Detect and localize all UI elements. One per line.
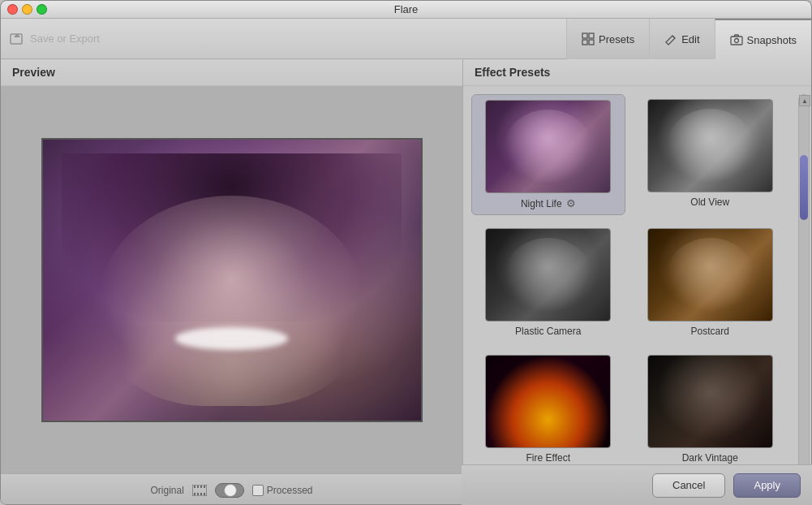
svg-rect-7 [731,37,742,45]
svg-rect-13 [204,486,205,488]
preset-thumb-old-view [647,99,773,192]
svg-rect-4 [582,40,587,45]
minimize-button[interactable] [22,4,32,15]
preset-name: Plastic Camera [515,326,581,337]
preset-face [667,365,754,438]
window-title: Flare [394,3,419,15]
preview-panel-header: Preview [1,59,462,86]
tab-presets[interactable]: Presets [566,19,649,59]
preset-thumb-dark-vintage [647,355,773,448]
presets-grid: Night Life ⚙ Old View [471,94,787,468]
preset-plastic-camera[interactable]: Plastic Camera [471,223,625,342]
presets-panel: Effect Presets Night Life ⚙ [463,59,811,505]
preset-name: Old View [690,196,729,208]
preview-image-area [1,86,462,473]
preview-title: Preview [12,66,55,79]
preset-name: Fire Effect [526,452,570,464]
preset-thumb-plastic-camera [485,228,611,322]
main-area: Preview Original [1,59,811,505]
preview-image [41,138,423,422]
svg-rect-11 [197,486,199,488]
preset-thumb-fire [485,355,611,448]
scrollbar-track[interactable]: ▲ ▼ [798,94,810,498]
svg-rect-16 [200,493,202,495]
preset-night-life[interactable]: Night Life ⚙ [471,94,625,215]
smile-area [175,327,289,350]
svg-rect-15 [197,493,199,495]
save-export-label: Save or Export [30,32,100,45]
toolbar-tabs: Presets Edit Snapshots [566,19,811,59]
preset-face [505,238,591,311]
preview-footer: Original Processed [1,473,462,505]
preset-dark-vintage[interactable]: Dark Vintage [634,350,788,468]
preset-name: Dark Vintage [682,452,738,464]
preset-old-view[interactable]: Old View [634,94,788,215]
preset-label-night-life: Night Life ⚙ [521,197,576,209]
cancel-button[interactable]: Cancel [652,473,725,498]
svg-rect-10 [194,486,195,488]
scroll-up-arrow[interactable]: ▲ [799,95,810,106]
preset-face [667,238,754,311]
preset-fire-effect[interactable]: Fire Effect [471,350,625,468]
processed-checkbox: Processed [252,485,313,496]
svg-rect-14 [194,493,195,495]
face-overlay [99,196,363,407]
toolbar-left: Save or Export [9,32,100,45]
svg-line-6 [672,36,675,38]
tab-edit-label: Edit [681,33,699,45]
tab-presets-label: Presets [599,33,634,45]
preset-label-plastic-camera: Plastic Camera [515,326,581,337]
toggle-knob [224,484,237,497]
preset-thumb-night-life [485,100,611,193]
svg-rect-12 [200,486,202,488]
snapshots-icon [730,33,743,46]
preset-name: Postcard [691,326,729,337]
close-button[interactable] [7,4,18,15]
bottom-bar: Cancel Apply [462,464,812,505]
tab-snapshots-label: Snapshots [747,34,797,46]
preset-label-old-view: Old View [690,196,729,208]
apply-button[interactable]: Apply [733,473,801,498]
tab-snapshots[interactable]: Snapshots [715,19,811,59]
preset-postcard[interactable]: Postcard [634,223,788,342]
maximize-button[interactable] [37,4,47,15]
preset-label-dark-vintage: Dark Vintage [682,452,738,464]
tab-edit[interactable]: Edit [649,19,714,59]
preset-thumb-postcard [647,228,773,322]
gear-icon[interactable]: ⚙ [566,197,576,209]
checkbox[interactable] [252,485,264,496]
edit-icon [664,32,677,45]
svg-rect-2 [582,33,587,38]
toolbar: Save or Export Presets Edit [1,19,811,59]
film-icon [192,485,207,496]
svg-rect-17 [204,493,205,495]
svg-rect-3 [589,33,594,38]
preset-face [667,109,754,182]
preset-label-postcard: Postcard [691,326,729,337]
presets-grid-area: Night Life ⚙ Old View [463,86,811,505]
preset-label-fire: Fire Effect [526,452,570,464]
title-bar: Flare [1,1,811,19]
scrollbar-thumb[interactable] [800,155,808,220]
presets-icon [582,32,595,45]
preview-panel: Preview Original [1,59,463,505]
preset-face [505,110,591,183]
presets-title: Effect Presets [475,66,550,79]
original-label: Original [150,485,183,496]
presets-panel-header: Effect Presets [463,59,811,86]
save-icon [9,32,25,45]
preview-toggle[interactable] [215,483,244,498]
svg-rect-5 [589,40,594,45]
processed-label: Processed [267,485,313,496]
svg-point-8 [734,39,738,43]
window-controls [7,4,47,15]
preset-name: Night Life [521,198,562,209]
